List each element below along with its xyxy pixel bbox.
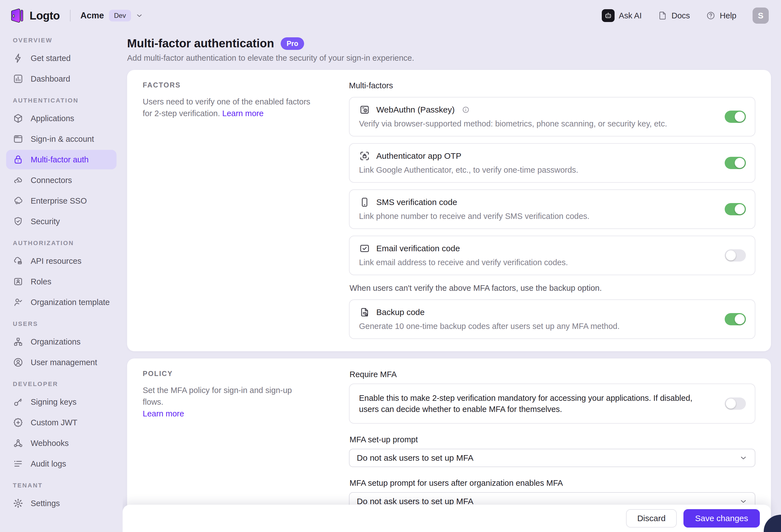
sidebar-item-label: Webhooks xyxy=(31,439,69,448)
factor-description: Link Google Authenticator, etc., to veri… xyxy=(359,165,702,175)
sidebar-item-label: Security xyxy=(31,217,60,226)
key-icon xyxy=(13,397,24,407)
policy-description: Set the MFA policy for sign-in and sign-… xyxy=(143,386,292,406)
dashboard-icon xyxy=(13,74,24,84)
sidebar-section-authentication: AUTHENTICATION xyxy=(13,97,117,104)
factors-learn-more-link[interactable]: Learn more xyxy=(222,109,263,118)
sidebar-item-dashboard[interactable]: Dashboard xyxy=(6,69,117,89)
chevron-down-icon xyxy=(739,497,747,505)
tenant-selector[interactable]: Acme Dev xyxy=(81,10,143,21)
tenant-name: Acme xyxy=(81,11,104,20)
authenticator-otp-icon xyxy=(359,150,370,162)
factor-description: Link email address to receive and verify… xyxy=(359,257,702,267)
sidebar-item-label: Settings xyxy=(31,499,60,508)
factor-description: Link phone number to receive and verify … xyxy=(359,211,702,221)
jwt-seal-icon xyxy=(13,417,24,428)
mfa-setup-prompt-select[interactable]: Do not ask users to set up MFA xyxy=(349,449,755,467)
select-value: Do not ask users to set up MFA xyxy=(357,453,474,462)
brand: Logto xyxy=(10,8,60,23)
sidebar-item-label: Organization template xyxy=(31,298,110,307)
mail-icon xyxy=(359,243,370,254)
sidebar-item-security[interactable]: Security xyxy=(6,212,117,231)
cube-icon xyxy=(13,113,24,124)
factor-row-backup-code: Backup code Generate 10 one-time backup … xyxy=(349,300,755,339)
factors-card: FACTORS Users need to verify one of the … xyxy=(127,70,771,351)
sidebar-item-multi-factor-auth[interactable]: Multi-factor auth xyxy=(6,150,117,169)
page-subtitle: Add multi-factor authentication to eleva… xyxy=(127,53,771,63)
roles-icon xyxy=(13,276,24,287)
info-icon[interactable] xyxy=(462,106,470,114)
backup-code-toggle[interactable] xyxy=(725,313,746,325)
phone-icon xyxy=(359,196,370,208)
require-mfa-row: Enable this to make 2-step verification … xyxy=(349,384,755,424)
divider xyxy=(70,10,71,21)
sidebar: OVERVIEW Get started Dashboard AUTHENTIC… xyxy=(0,31,123,532)
sidebar-item-label: Sign-in & account xyxy=(31,135,94,144)
sidebar-item-webhooks[interactable]: Webhooks xyxy=(6,433,117,453)
save-button[interactable]: Save changes xyxy=(684,509,760,528)
shield-icon xyxy=(13,216,24,227)
webhook-icon xyxy=(13,438,24,448)
sidebar-section-tenant: TENANT xyxy=(13,482,117,489)
sidebar-section-users: USERS xyxy=(13,320,117,327)
avatar[interactable]: S xyxy=(752,7,769,24)
sidebar-section-developer: DEVELOPER xyxy=(13,381,117,388)
webauthn-toggle[interactable] xyxy=(725,110,746,123)
sms-toggle[interactable] xyxy=(725,203,746,215)
sidebar-item-label: Enterprise SSO xyxy=(31,196,87,206)
factor-row-sms: SMS verification code Link phone number … xyxy=(349,189,755,229)
person-circle-icon xyxy=(13,357,24,368)
help-label: Help xyxy=(720,11,736,20)
require-mfa-toggle[interactable] xyxy=(725,397,746,410)
sidebar-item-applications[interactable]: Applications xyxy=(6,108,117,128)
sidebar-item-sign-in-account[interactable]: Sign-in & account xyxy=(6,129,117,149)
sidebar-item-label: Applications xyxy=(31,114,74,123)
topbar-actions: Ask AI Docs Help S xyxy=(602,7,769,24)
email-toggle[interactable] xyxy=(725,249,746,262)
sidebar-item-label: Multi-factor auth xyxy=(31,155,89,164)
sidebar-item-connectors[interactable]: Connectors xyxy=(6,171,117,190)
require-mfa-description: Enable this to make 2-step verification … xyxy=(359,393,699,415)
footer-bar: Discard Save changes xyxy=(123,505,771,532)
sidebar-item-settings[interactable]: Settings xyxy=(6,494,117,513)
pro-badge: Pro xyxy=(281,37,304,50)
sidebar-item-api-resources[interactable]: API resources xyxy=(6,251,117,271)
sidebar-item-enterprise-sso[interactable]: Enterprise SSO xyxy=(6,191,117,211)
factor-name: Authenticator app OTP xyxy=(376,151,461,161)
sidebar-item-audit-logs[interactable]: Audit logs xyxy=(6,454,117,474)
sidebar-item-organizations[interactable]: Organizations xyxy=(6,332,117,352)
sidebar-item-get-started[interactable]: Get started xyxy=(6,48,117,68)
sidebar-item-label: User management xyxy=(31,358,97,367)
sidebar-item-label: Dashboard xyxy=(31,74,70,84)
sidebar-item-label: Audit logs xyxy=(31,459,66,469)
page-header: Multi-factor authentication Pro Add mult… xyxy=(127,37,771,63)
bolt-icon xyxy=(13,53,24,63)
sidebar-item-label: API resources xyxy=(31,257,81,266)
sidebar-item-roles[interactable]: Roles xyxy=(6,272,117,291)
sidebar-item-custom-jwt[interactable]: Custom JWT xyxy=(6,413,117,432)
help-button[interactable]: Help xyxy=(706,11,736,20)
brand-name: Logto xyxy=(30,9,60,22)
topbar: Logto Acme Dev Ask AI Docs xyxy=(0,0,781,31)
backup-code-icon xyxy=(359,307,370,318)
policy-learn-more-link[interactable]: Learn more xyxy=(143,409,184,418)
backup-note: When users can't verify the above MFA fa… xyxy=(350,283,755,293)
sidebar-item-label: Custom JWT xyxy=(31,418,78,427)
ask-ai-button[interactable]: Ask AI xyxy=(602,9,642,22)
api-resources-icon xyxy=(13,256,24,266)
page-title: Multi-factor authentication xyxy=(127,37,274,50)
factor-name: Email verification code xyxy=(376,243,460,254)
require-mfa-label: Require MFA xyxy=(350,370,755,379)
sidebar-item-organization-template[interactable]: Organization template xyxy=(6,293,117,312)
factor-row-email: Email verification code Link email addre… xyxy=(349,236,755,275)
docs-button[interactable]: Docs xyxy=(658,11,690,20)
factor-description: Verify via browser-supported method: bio… xyxy=(359,119,702,129)
sidebar-item-label: Organizations xyxy=(31,337,81,347)
org-chart-icon xyxy=(13,337,24,347)
sidebar-item-user-management[interactable]: User management xyxy=(6,353,117,372)
chevron-down-icon xyxy=(739,454,747,462)
discard-button[interactable]: Discard xyxy=(626,509,677,528)
authenticator-otp-toggle[interactable] xyxy=(725,157,746,169)
sidebar-item-signing-keys[interactable]: Signing keys xyxy=(6,392,117,412)
factor-row-webauthn: WebAuthn (Passkey) Verify via browser-su… xyxy=(349,97,755,136)
